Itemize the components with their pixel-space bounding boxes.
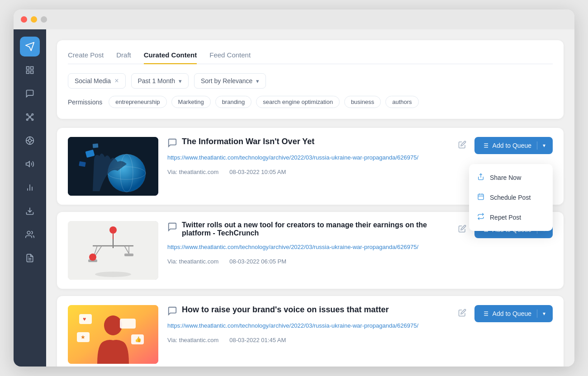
maximize-button[interactable] <box>41 16 47 23</box>
tab-create-post[interactable]: Create Post <box>68 51 104 64</box>
tabs: Create Post Draft Curated Content Feed C… <box>68 51 553 64</box>
chevron-down-icon[interactable]: ▾ <box>543 142 545 149</box>
content-meta-1: Via: theatlantic.com 08-03-2022 10:05 AM <box>167 169 446 175</box>
content-title-2: Twitter rolls out a new tool for creator… <box>182 221 446 237</box>
content-title-3: How to raise your brand's voice on issue… <box>182 305 389 315</box>
permission-tag-marketing[interactable]: Marketing <box>171 96 211 108</box>
content-url-2[interactable]: https://www.theatlantic.com/technology/a… <box>167 243 446 252</box>
permissions-row: Permissions entrepreneurship Marketing b… <box>68 96 553 108</box>
sidebar <box>14 29 46 367</box>
dropdown-share-now[interactable]: Share Now <box>469 168 553 188</box>
dropdown-menu: Share Now Schedule Post <box>469 164 553 231</box>
dropdown-repet-post-label: Repet Post <box>490 214 521 221</box>
close-button[interactable] <box>21 16 27 23</box>
add-to-queue-button-1[interactable]: Add to Queue ▾ <box>474 137 553 154</box>
sidebar-item-download[interactable] <box>20 201 40 221</box>
svg-point-62 <box>95 272 131 277</box>
svg-text:★: ★ <box>81 334 85 340</box>
svg-point-60 <box>109 226 117 234</box>
time-filter[interactable]: Past 1 Month ▾ <box>131 73 189 89</box>
sidebar-item-chat[interactable] <box>20 84 40 103</box>
svg-line-13 <box>28 115 29 117</box>
svg-rect-2 <box>31 67 33 70</box>
content-header-2: Twitter rolls out a new tool for creator… <box>167 221 446 240</box>
svg-point-8 <box>29 116 30 118</box>
svg-marker-23 <box>26 161 29 167</box>
time-filter-value: Past 1 Month <box>138 77 175 85</box>
content-via-2: Via: theatlantic.com <box>167 258 218 265</box>
content-item-3: ♥ 👍 ★ How to raise your <box>57 296 564 367</box>
traffic-lights <box>21 16 47 23</box>
svg-line-14 <box>31 115 32 117</box>
dropdown-schedule-post[interactable]: Schedule Post <box>469 188 553 207</box>
content-title-1: The Information War Isn't Over Yet <box>182 137 314 146</box>
content-actions-3: Add to Queue ▾ <box>455 305 553 322</box>
svg-point-11 <box>27 119 28 120</box>
tab-draft[interactable]: Draft <box>116 51 131 64</box>
sidebar-item-docs[interactable] <box>20 248 40 268</box>
content-via-3: Via: theatlantic.com <box>167 337 218 343</box>
topic-filter-close[interactable]: × <box>114 77 119 85</box>
dropdown-repet-post[interactable]: Repet Post <box>469 207 553 227</box>
content-url-1[interactable]: https://www.theatlantic.com/technology/a… <box>167 153 446 162</box>
tab-feed-content[interactable]: Feed Content <box>209 51 251 64</box>
main-content: Create Post Draft Curated Content Feed C… <box>46 29 574 367</box>
sort-filter[interactable]: Sort by Relevance ▾ <box>194 73 266 89</box>
app-body: Create Post Draft Curated Content Feed C… <box>14 29 574 367</box>
svg-text:👍: 👍 <box>135 336 142 343</box>
content-thumb-3: ♥ 👍 ★ <box>68 305 158 364</box>
tab-curated-content[interactable]: Curated Content <box>144 51 197 64</box>
queue-icon-3 <box>482 310 489 317</box>
permission-tag-seo[interactable]: search engine optimization <box>256 96 340 108</box>
repeat-icon <box>477 213 484 222</box>
content-header-3: How to raise your brand's voice on issue… <box>167 305 446 319</box>
calendar-icon <box>477 193 484 202</box>
content-via-1: Via: theatlantic.com <box>167 169 218 175</box>
permission-tag-branding[interactable]: branding <box>215 96 252 108</box>
dropdown-schedule-post-label: Schedule Post <box>490 194 531 201</box>
content-url-3[interactable]: https://www.theatlantic.com/technology/a… <box>167 321 446 330</box>
chevron-down-icon-3[interactable]: ▾ <box>543 310 545 317</box>
sidebar-item-team[interactable] <box>20 225 40 244</box>
content-item-1: The Information War Isn't Over Yet https… <box>57 128 564 205</box>
content-body-2: Twitter rolls out a new tool for creator… <box>167 221 446 265</box>
content-header-1: The Information War Isn't Over Yet <box>167 137 446 150</box>
permission-tag-authors[interactable]: authors <box>385 96 418 108</box>
svg-line-16 <box>31 118 32 119</box>
sort-filter-value: Sort by Relevance <box>201 77 252 85</box>
content-date-1: 08-03-2022 10:05 AM <box>229 169 286 175</box>
content-meta-2: Via: theatlantic.com 08-03-2022 06:05 PM <box>167 258 446 265</box>
svg-point-70 <box>104 315 122 335</box>
svg-marker-0 <box>26 42 34 51</box>
svg-point-28 <box>27 231 30 235</box>
svg-text:♥: ♥ <box>83 316 86 322</box>
sidebar-item-dashboard[interactable] <box>20 60 40 80</box>
add-to-queue-button-3[interactable]: Add to Queue ▾ <box>474 305 553 322</box>
svg-rect-71 <box>120 319 136 329</box>
content-date-3: 08-03-2022 01:45 AM <box>229 337 286 343</box>
message-icon-2 <box>167 222 177 235</box>
sidebar-item-support[interactable] <box>20 131 40 150</box>
svg-rect-38 <box>93 143 99 148</box>
edit-icon-3[interactable] <box>455 306 469 322</box>
topic-filter[interactable]: Social Media × <box>68 73 126 89</box>
svg-rect-4 <box>31 71 33 74</box>
svg-rect-46 <box>478 194 484 200</box>
permissions-label: Permissions <box>68 99 102 106</box>
filter-card: Create Post Draft Curated Content Feed C… <box>57 40 564 119</box>
permission-tag-entrepreneurship[interactable]: entrepreneurship <box>109 96 166 108</box>
minimize-button[interactable] <box>31 16 37 23</box>
permission-tag-business[interactable]: business <box>344 96 381 108</box>
sidebar-item-campaigns[interactable] <box>20 154 40 174</box>
add-to-queue-label: Add to Queue <box>493 142 531 149</box>
content-actions-1: Add to Queue ▾ <box>455 137 553 154</box>
sidebar-item-network[interactable] <box>20 107 40 127</box>
edit-icon-2[interactable] <box>455 222 469 238</box>
filters-row: Social Media × Past 1 Month ▾ Sort by Re… <box>68 73 553 89</box>
content-date-2: 08-03-2022 06:05 PM <box>229 258 286 265</box>
sidebar-item-analytics[interactable] <box>20 178 40 197</box>
edit-icon-1[interactable] <box>455 138 469 154</box>
message-icon-1 <box>167 138 177 150</box>
svg-rect-3 <box>27 71 29 74</box>
sidebar-item-send[interactable] <box>20 37 40 56</box>
